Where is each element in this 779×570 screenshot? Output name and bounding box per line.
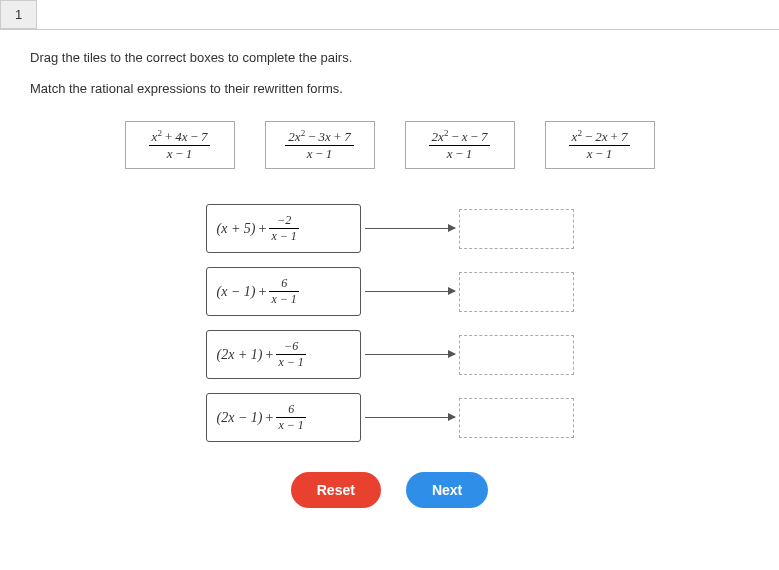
form-3-rem-num: −6	[276, 339, 305, 354]
pairs-area: (x + 5) + −2 x − 1 (x − 1) + 6 x − 1	[30, 204, 749, 442]
form-2-remainder: 6 x − 1	[269, 276, 298, 307]
plus-sign: +	[266, 410, 274, 426]
content-area: Drag the tiles to the correct boxes to c…	[0, 29, 779, 528]
dropzone-1[interactable]	[459, 209, 574, 249]
arrow-icon	[365, 417, 455, 418]
plus-sign: +	[266, 347, 274, 363]
plus-sign: +	[259, 221, 267, 237]
tile-4-fraction: x2−2x+7 x−1	[569, 128, 631, 162]
form-3-quotient: (2x + 1)	[217, 347, 263, 363]
dropzone-2[interactable]	[459, 272, 574, 312]
instruction-line-2: Match the rational expressions to their …	[30, 81, 749, 96]
arrow-icon	[365, 228, 455, 229]
tile-3-den: x−1	[447, 146, 473, 161]
form-2-quotient: (x − 1)	[217, 284, 256, 300]
form-1-remainder: −2 x − 1	[269, 213, 298, 244]
tile-4-den: x−1	[587, 146, 613, 161]
next-button[interactable]: Next	[406, 472, 488, 508]
tile-2[interactable]: 2x2−3x+7 x−1	[265, 121, 375, 169]
tile-2-fraction: 2x2−3x+7 x−1	[285, 128, 353, 162]
form-4-rem-num: 6	[276, 402, 305, 417]
form-1-rem-num: −2	[269, 213, 298, 228]
tile-2-num: 2x2−3x+7	[288, 129, 350, 144]
arrow-icon	[365, 354, 455, 355]
pair-row-4: (2x − 1) + 6 x − 1	[206, 393, 574, 442]
form-2-rem-num: 6	[269, 276, 298, 291]
form-4-rem-den: x − 1	[276, 417, 305, 433]
draggable-tiles-row: x2+4x−7 x−1 2x2−3x+7 x−1 2x2−x−7 x−1 x2−…	[30, 121, 749, 169]
form-1-quotient: (x + 5)	[217, 221, 256, 237]
pair-row-1: (x + 5) + −2 x − 1	[206, 204, 574, 253]
form-4-quotient: (2x − 1)	[217, 410, 263, 426]
dropzone-3[interactable]	[459, 335, 574, 375]
arrow-icon	[365, 291, 455, 292]
form-2-rem-den: x − 1	[269, 291, 298, 307]
tile-1-den: x−1	[167, 146, 193, 161]
tile-2-den: x−1	[307, 146, 333, 161]
button-row: Reset Next	[30, 472, 749, 508]
pair-row-3: (2x + 1) + −6 x − 1	[206, 330, 574, 379]
reset-button[interactable]: Reset	[291, 472, 381, 508]
tile-3-fraction: 2x2−x−7 x−1	[429, 128, 491, 162]
tile-1-num: x2+4x−7	[152, 129, 208, 144]
form-3-remainder: −6 x − 1	[276, 339, 305, 370]
tile-1[interactable]: x2+4x−7 x−1	[125, 121, 235, 169]
rewritten-form-1: (x + 5) + −2 x − 1	[206, 204, 361, 253]
rewritten-form-4: (2x − 1) + 6 x − 1	[206, 393, 361, 442]
rewritten-form-2: (x − 1) + 6 x − 1	[206, 267, 361, 316]
rewritten-form-3: (2x + 1) + −6 x − 1	[206, 330, 361, 379]
instruction-line-1: Drag the tiles to the correct boxes to c…	[30, 50, 749, 65]
plus-sign: +	[259, 284, 267, 300]
pair-row-2: (x − 1) + 6 x − 1	[206, 267, 574, 316]
tile-4-num: x2−2x+7	[572, 129, 628, 144]
tile-3[interactable]: 2x2−x−7 x−1	[405, 121, 515, 169]
form-1-rem-den: x − 1	[269, 228, 298, 244]
form-3-rem-den: x − 1	[276, 354, 305, 370]
form-4-remainder: 6 x − 1	[276, 402, 305, 433]
tile-1-fraction: x2+4x−7 x−1	[149, 128, 211, 162]
tile-4[interactable]: x2−2x+7 x−1	[545, 121, 655, 169]
tile-3-num: 2x2−x−7	[432, 129, 488, 144]
dropzone-4[interactable]	[459, 398, 574, 438]
question-tab[interactable]: 1	[0, 0, 37, 29]
